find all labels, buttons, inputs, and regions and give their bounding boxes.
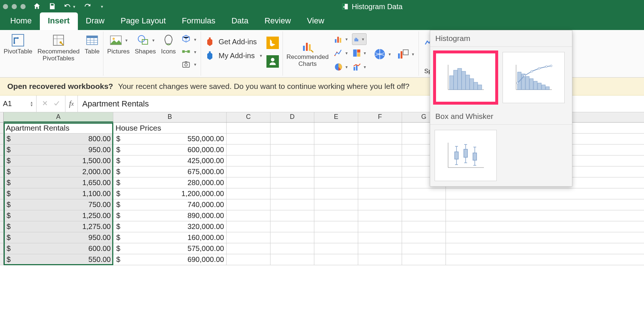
cell[interactable] bbox=[358, 210, 402, 221]
cell[interactable] bbox=[227, 134, 270, 144]
cell[interactable] bbox=[227, 145, 270, 155]
tab-view[interactable]: View bbox=[299, 12, 332, 30]
cell[interactable] bbox=[402, 221, 446, 232]
cell[interactable] bbox=[314, 177, 358, 188]
cell-B6[interactable]: $280,000.00 bbox=[113, 177, 227, 188]
cell[interactable] bbox=[227, 177, 270, 188]
cell-A8[interactable]: $750.00 bbox=[4, 199, 113, 210]
tab-review[interactable]: Review bbox=[257, 12, 299, 30]
cell[interactable] bbox=[314, 134, 358, 144]
cell-A11[interactable]: $950.00 bbox=[4, 232, 113, 243]
recommended-charts-button[interactable]: Recommended Charts bbox=[287, 38, 329, 67]
close-window-icon[interactable] bbox=[3, 4, 8, 9]
cell[interactable] bbox=[314, 145, 358, 155]
cell[interactable] bbox=[358, 254, 402, 265]
cell[interactable] bbox=[270, 210, 314, 221]
recommended-pivot-button[interactable]: Recommended PivotTables bbox=[37, 33, 79, 62]
cell[interactable] bbox=[270, 243, 314, 254]
cell-A6[interactable]: $1,650.00 bbox=[4, 177, 113, 188]
line-chart-button[interactable]: ▼ bbox=[334, 48, 348, 58]
cell-A10[interactable]: $1,275.00 bbox=[4, 221, 113, 232]
shapes-button[interactable]: ▼ Shapes bbox=[135, 33, 156, 55]
tab-formulas[interactable]: Formulas bbox=[174, 12, 224, 30]
pivot-chart-button[interactable]: ▼ bbox=[397, 48, 415, 61]
combo-chart-button[interactable]: ▼ bbox=[352, 62, 367, 72]
cell[interactable] bbox=[358, 166, 402, 177]
cell[interactable] bbox=[227, 254, 270, 265]
cell-A13[interactable]: $550.00 bbox=[4, 254, 113, 265]
cell[interactable] bbox=[402, 254, 446, 265]
cell-B8[interactable]: $740,000.00 bbox=[113, 199, 227, 210]
tab-insert[interactable]: Insert bbox=[40, 12, 78, 30]
cell[interactable] bbox=[227, 188, 270, 199]
cell[interactable] bbox=[314, 254, 358, 265]
home-icon[interactable] bbox=[33, 2, 41, 11]
cell[interactable] bbox=[402, 188, 446, 199]
cell[interactable] bbox=[227, 221, 270, 232]
histogram-chart-button[interactable]: ▼ bbox=[352, 33, 367, 45]
cell[interactable] bbox=[227, 199, 270, 210]
treemap-chart-button[interactable]: ▼ bbox=[352, 48, 367, 58]
cell-B2[interactable]: $550,000.00 bbox=[113, 134, 227, 144]
tab-data[interactable]: Data bbox=[223, 12, 256, 30]
cell[interactable] bbox=[227, 232, 270, 243]
cell[interactable] bbox=[314, 221, 358, 232]
cell[interactable] bbox=[270, 166, 314, 177]
cell-A7[interactable]: $1,100.00 bbox=[4, 188, 113, 199]
cell-B11[interactable]: $160,000.00 bbox=[113, 232, 227, 243]
cell-B5[interactable]: $675,000.00 bbox=[113, 166, 227, 177]
col-header-A[interactable]: A bbox=[4, 112, 113, 122]
cell[interactable] bbox=[314, 155, 358, 166]
cell[interactable] bbox=[314, 199, 358, 210]
cell[interactable] bbox=[227, 166, 270, 177]
name-box-spinner[interactable]: ▲▼ bbox=[30, 101, 33, 107]
cell[interactable] bbox=[227, 155, 270, 166]
maximize-window-icon[interactable] bbox=[20, 4, 26, 9]
cell[interactable] bbox=[314, 210, 358, 221]
cell[interactable] bbox=[270, 199, 314, 210]
cell[interactable] bbox=[402, 210, 446, 221]
get-addins-button[interactable]: Get Add-ins bbox=[205, 37, 263, 47]
cell-B4[interactable]: $425,000.00 bbox=[113, 155, 227, 166]
cell[interactable] bbox=[270, 232, 314, 243]
cell[interactable] bbox=[227, 243, 270, 254]
icons-button[interactable]: Icons bbox=[161, 33, 176, 55]
col-header-C[interactable]: C bbox=[227, 112, 270, 122]
cell[interactable] bbox=[358, 232, 402, 243]
screenshot-button[interactable]: ▼ bbox=[181, 59, 197, 70]
pivot-table-button[interactable]: PivotTable bbox=[4, 33, 32, 55]
cell[interactable] bbox=[314, 243, 358, 254]
cell-B13[interactable]: $690,000.00 bbox=[113, 254, 227, 265]
cell-B10[interactable]: $320,000.00 bbox=[113, 221, 227, 232]
redo-button[interactable] bbox=[83, 2, 91, 11]
tab-draw[interactable]: Draw bbox=[78, 12, 113, 30]
undo-button[interactable]: ▼ bbox=[64, 3, 76, 11]
cell[interactable] bbox=[358, 188, 402, 199]
cell-A2[interactable]: $800.00 bbox=[4, 134, 113, 144]
cell[interactable] bbox=[402, 232, 446, 243]
cell[interactable] bbox=[358, 177, 402, 188]
cell[interactable] bbox=[358, 123, 402, 133]
cell[interactable] bbox=[270, 155, 314, 166]
col-header-E[interactable]: E bbox=[314, 112, 358, 122]
cell-A1[interactable]: Apartment Rentals bbox=[4, 123, 113, 133]
people-graph-icon[interactable] bbox=[266, 55, 279, 69]
cell[interactable] bbox=[402, 199, 446, 210]
tab-home[interactable]: Home bbox=[2, 12, 40, 30]
cell[interactable] bbox=[314, 232, 358, 243]
box-whisker-chart-option[interactable] bbox=[435, 130, 497, 181]
smartart-button[interactable]: ▼ bbox=[181, 47, 197, 57]
bing-maps-icon[interactable] bbox=[266, 37, 279, 50]
cell[interactable] bbox=[270, 221, 314, 232]
cell[interactable] bbox=[270, 254, 314, 265]
models-button[interactable]: ▼ bbox=[181, 34, 197, 45]
column-chart-button[interactable]: ▼ bbox=[334, 34, 348, 44]
enter-formula-icon[interactable] bbox=[53, 100, 60, 108]
cell-A5[interactable]: $2,000.00 bbox=[4, 166, 113, 177]
col-header-D[interactable]: D bbox=[270, 112, 314, 122]
cell[interactable] bbox=[314, 188, 358, 199]
cancel-formula-icon[interactable] bbox=[42, 100, 48, 108]
pictures-button[interactable]: ▼ Pictures bbox=[107, 33, 129, 55]
cell[interactable] bbox=[270, 123, 314, 133]
col-header-F[interactable]: F bbox=[358, 112, 402, 122]
